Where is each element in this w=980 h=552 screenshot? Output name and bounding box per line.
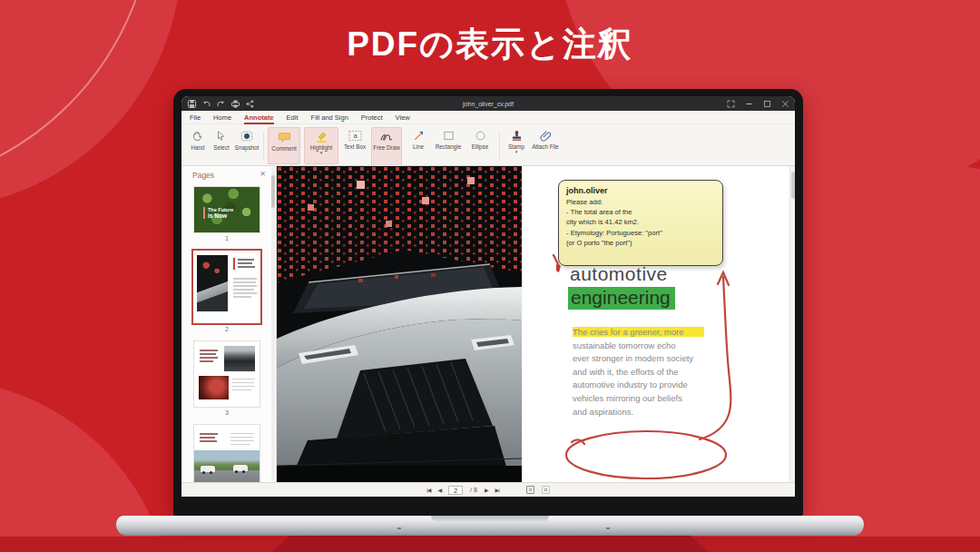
menu-home[interactable]: Home — [213, 113, 231, 122]
page-number-3: 3 — [194, 409, 260, 416]
freehand-annotation — [522, 166, 789, 482]
snapshot-tool-button[interactable]: Snapshot — [234, 127, 260, 164]
base-dot — [397, 527, 401, 529]
expand-icon[interactable] — [727, 100, 735, 108]
toolbar-separator — [263, 132, 264, 159]
svg-text:a: a — [353, 132, 358, 140]
previous-page-icon[interactable]: ◀ — [437, 487, 441, 493]
ellipse-tool-button[interactable]: Ellipse — [467, 127, 493, 164]
thumb-cars-photo — [194, 450, 260, 482]
close-icon[interactable]: ✕ — [260, 170, 266, 178]
base-dot — [606, 527, 610, 529]
next-page-icon[interactable]: ▶ — [485, 487, 488, 493]
menu-annotate[interactable]: Annotate — [244, 113, 274, 122]
titlebar: john_oliver_cv.pdf — [181, 96, 795, 111]
select-icon — [215, 130, 228, 143]
document-filename: john_oliver_cv.pdf — [181, 101, 795, 107]
minimize-icon[interactable] — [745, 100, 753, 108]
document-scrollbar[interactable] — [789, 166, 795, 482]
close-icon[interactable] — [781, 100, 789, 108]
menu-edit[interactable]: Edit — [287, 113, 299, 122]
page-number-1: 1 — [194, 235, 260, 242]
free-draw-tool-button[interactable]: Free Draw — [371, 127, 402, 168]
maximize-icon[interactable] — [763, 100, 771, 108]
attach-file-icon — [540, 130, 552, 142]
highlight-icon — [315, 131, 328, 143]
menu-protect[interactable]: Protect — [361, 113, 383, 122]
laptop-base — [116, 516, 864, 536]
stamp-tool-button[interactable]: Stamp ▾ — [505, 127, 528, 164]
page-thumbnail-3[interactable] — [194, 341, 260, 407]
page-title: PDFの表示と注釈 — [0, 22, 980, 67]
menu-file[interactable]: File — [190, 113, 201, 122]
comment-icon — [278, 131, 291, 143]
menu-fill-and-sign[interactable]: Fill and Sign — [311, 113, 348, 122]
first-page-icon[interactable]: |◀ — [426, 487, 430, 493]
rectangle-tool-button[interactable]: Rectangle — [433, 127, 464, 164]
page-number-input[interactable]: 2 — [448, 486, 463, 495]
document-content-area: Pages ✕ The Future is Now 1 — [181, 166, 795, 482]
hand-icon — [191, 130, 204, 143]
page-thumbnail-1[interactable]: The Future is Now — [194, 187, 260, 232]
pages-panel-title: Pages — [192, 171, 214, 180]
rectangle-icon — [443, 130, 455, 142]
page-number-2: 2 — [194, 326, 260, 332]
statusbar: |◀ ◀ 2 / 8 ▶ ▶| — [181, 482, 795, 497]
thumb-taillight-photo — [199, 376, 229, 399]
select-tool-button[interactable]: Select — [211, 127, 232, 164]
toolbar-separator — [499, 132, 500, 159]
pdf-page-text: john.oliver Please add: - The total area… — [522, 166, 789, 482]
toolbar: Hand Select Snapshot Comment Highlight ▾… — [181, 124, 795, 166]
pdf-app-window: john_oliver_cv.pdf File Home Annotate Ed… — [181, 96, 795, 497]
thumb-grille-photo — [224, 346, 255, 371]
page-thumbnail-2[interactable] — [193, 251, 260, 323]
attach-file-tool-button[interactable]: Attach File — [532, 127, 559, 164]
concept-car-image — [277, 166, 522, 482]
pages-panel: Pages ✕ The Future is Now 1 — [181, 166, 277, 482]
hand-tool-button[interactable]: Hand — [187, 127, 209, 164]
menu-view[interactable]: View — [396, 113, 410, 122]
chevron-down-icon[interactable]: ▾ — [515, 150, 518, 153]
cover-title-line2: is Now — [208, 213, 233, 220]
pdf-page-photo — [277, 166, 522, 482]
last-page-icon[interactable]: ▶| — [495, 487, 499, 493]
comment-tool-button[interactable]: Comment — [268, 127, 300, 164]
ellipse-icon — [475, 130, 486, 142]
chevron-down-icon[interactable]: ▾ — [320, 151, 323, 154]
page-total-label: / 8 — [470, 487, 477, 493]
text-box-tool-button[interactable]: a Text Box — [342, 127, 368, 164]
pages-panel-scrollbar[interactable] — [271, 168, 275, 480]
page-thumbnail-4[interactable] — [194, 425, 260, 482]
thumb-car-photo — [197, 255, 228, 311]
highlight-tool-button[interactable]: Highlight ▾ — [304, 127, 338, 164]
view-mode-icon[interactable] — [542, 486, 550, 494]
line-tool-button[interactable]: Line — [407, 127, 429, 164]
line-icon — [413, 130, 425, 142]
text-box-icon: a — [348, 130, 362, 142]
free-draw-icon — [379, 131, 394, 143]
menubar: File Home Annotate Edit Fill and Sign Pr… — [181, 111, 795, 124]
fit-page-icon[interactable] — [526, 486, 534, 494]
laptop-shadow — [272, 536, 708, 552]
snapshot-icon — [240, 130, 253, 143]
stamp-icon — [511, 130, 523, 142]
